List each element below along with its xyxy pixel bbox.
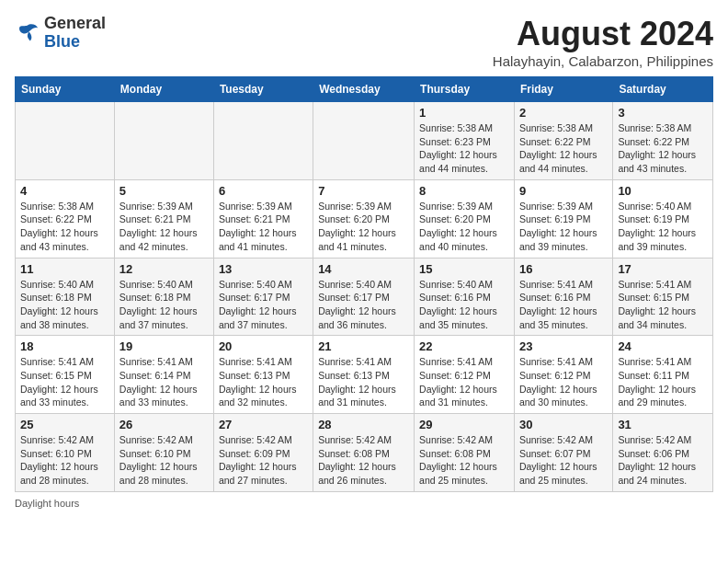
day-number: 12 <box>119 262 209 276</box>
calendar-cell: 29Sunrise: 5:42 AMSunset: 6:08 PMDayligh… <box>415 414 515 492</box>
week-row-1: 1Sunrise: 5:38 AMSunset: 6:23 PMDaylight… <box>16 102 713 180</box>
calendar-cell: 5Sunrise: 5:39 AMSunset: 6:21 PMDaylight… <box>114 179 213 258</box>
day-number: 22 <box>419 339 509 353</box>
day-info: Sunrise: 5:38 AMSunset: 6:22 PMDaylight:… <box>519 121 608 176</box>
calendar-cell: 6Sunrise: 5:39 AMSunset: 6:21 PMDaylight… <box>213 179 313 258</box>
day-info: Sunrise: 5:38 AMSunset: 6:23 PMDaylight:… <box>419 121 509 176</box>
day-info: Sunrise: 5:41 AMSunset: 6:13 PMDaylight:… <box>318 355 409 409</box>
calendar-cell: 12Sunrise: 5:40 AMSunset: 6:18 PMDayligh… <box>114 258 213 336</box>
calendar-cell: 16Sunrise: 5:41 AMSunset: 6:16 PMDayligh… <box>514 258 612 336</box>
day-info: Sunrise: 5:42 AMSunset: 6:09 PMDaylight:… <box>219 433 308 488</box>
day-info: Sunrise: 5:41 AMSunset: 6:15 PMDaylight:… <box>618 278 708 332</box>
calendar-cell: 20Sunrise: 5:41 AMSunset: 6:13 PMDayligh… <box>213 336 313 414</box>
calendar-body: 1Sunrise: 5:38 AMSunset: 6:23 PMDaylight… <box>16 102 713 492</box>
day-number: 16 <box>519 262 608 276</box>
calendar-cell <box>16 102 115 180</box>
day-number: 27 <box>219 418 308 431</box>
calendar-cell: 10Sunrise: 5:40 AMSunset: 6:19 PMDayligh… <box>613 179 713 258</box>
calendar-table: SundayMondayTuesdayWednesdayThursdayFrid… <box>15 76 713 492</box>
calendar-cell <box>213 102 313 180</box>
calendar-cell: 23Sunrise: 5:41 AMSunset: 6:12 PMDayligh… <box>514 336 612 414</box>
day-number: 30 <box>519 418 608 431</box>
month-title: August 2024 <box>493 15 713 53</box>
day-number: 3 <box>618 106 708 120</box>
day-info: Sunrise: 5:38 AMSunset: 6:22 PMDaylight:… <box>20 200 109 254</box>
calendar-cell: 24Sunrise: 5:41 AMSunset: 6:11 PMDayligh… <box>613 336 713 414</box>
footer-note: Daylight hours <box>15 498 713 509</box>
calendar-cell <box>114 102 213 180</box>
day-number: 7 <box>318 184 409 198</box>
day-info: Sunrise: 5:41 AMSunset: 6:16 PMDaylight:… <box>519 278 608 332</box>
location-subtitle: Halayhayin, Calabarzon, Philippines <box>493 53 713 69</box>
day-info: Sunrise: 5:41 AMSunset: 6:11 PMDaylight:… <box>618 355 708 409</box>
day-info: Sunrise: 5:42 AMSunset: 6:10 PMDaylight:… <box>119 433 209 488</box>
day-info: Sunrise: 5:40 AMSunset: 6:18 PMDaylight:… <box>20 278 109 332</box>
day-info: Sunrise: 5:39 AMSunset: 6:21 PMDaylight:… <box>219 200 308 254</box>
day-number: 14 <box>318 262 409 276</box>
day-number: 6 <box>219 184 308 198</box>
calendar-cell: 2Sunrise: 5:38 AMSunset: 6:22 PMDaylight… <box>514 102 612 180</box>
week-row-3: 11Sunrise: 5:40 AMSunset: 6:18 PMDayligh… <box>16 258 713 336</box>
header-day-saturday: Saturday <box>613 77 713 102</box>
day-number: 20 <box>219 339 308 353</box>
day-info: Sunrise: 5:42 AMSunset: 6:08 PMDaylight:… <box>318 433 409 488</box>
day-number: 18 <box>20 339 109 353</box>
calendar-cell: 14Sunrise: 5:40 AMSunset: 6:17 PMDayligh… <box>313 258 415 336</box>
day-info: Sunrise: 5:42 AMSunset: 6:06 PMDaylight:… <box>618 433 708 488</box>
logo-text: General Blue <box>44 15 106 52</box>
calendar-cell: 3Sunrise: 5:38 AMSunset: 6:22 PMDaylight… <box>613 102 713 180</box>
day-number: 23 <box>519 339 608 353</box>
day-number: 26 <box>119 418 209 431</box>
day-info: Sunrise: 5:39 AMSunset: 6:21 PMDaylight:… <box>119 200 209 254</box>
day-number: 9 <box>519 184 608 198</box>
day-number: 31 <box>618 418 708 431</box>
day-info: Sunrise: 5:40 AMSunset: 6:17 PMDaylight:… <box>219 278 308 332</box>
calendar-cell: 21Sunrise: 5:41 AMSunset: 6:13 PMDayligh… <box>313 336 415 414</box>
day-number: 1 <box>419 106 509 120</box>
day-number: 8 <box>419 184 509 198</box>
page-header: General Blue August 2024 Halayhayin, Cal… <box>15 15 713 69</box>
day-info: Sunrise: 5:40 AMSunset: 6:19 PMDaylight:… <box>618 200 708 254</box>
day-number: 29 <box>419 418 509 431</box>
calendar-cell: 9Sunrise: 5:39 AMSunset: 6:19 PMDaylight… <box>514 179 612 258</box>
day-number: 21 <box>318 339 409 353</box>
day-number: 28 <box>318 418 409 431</box>
day-info: Sunrise: 5:42 AMSunset: 6:08 PMDaylight:… <box>419 433 509 488</box>
day-number: 24 <box>618 339 708 353</box>
header-day-friday: Friday <box>514 77 612 102</box>
day-info: Sunrise: 5:38 AMSunset: 6:22 PMDaylight:… <box>618 121 708 176</box>
day-info: Sunrise: 5:40 AMSunset: 6:16 PMDaylight:… <box>419 278 509 332</box>
day-number: 17 <box>618 262 708 276</box>
header-day-monday: Monday <box>114 77 213 102</box>
week-row-4: 18Sunrise: 5:41 AMSunset: 6:15 PMDayligh… <box>16 336 713 414</box>
day-info: Sunrise: 5:39 AMSunset: 6:20 PMDaylight:… <box>318 200 409 254</box>
day-info: Sunrise: 5:40 AMSunset: 6:17 PMDaylight:… <box>318 278 409 332</box>
calendar-cell: 18Sunrise: 5:41 AMSunset: 6:15 PMDayligh… <box>16 336 115 414</box>
day-number: 15 <box>419 262 509 276</box>
day-info: Sunrise: 5:41 AMSunset: 6:12 PMDaylight:… <box>519 355 608 409</box>
logo: General Blue <box>15 15 106 52</box>
day-info: Sunrise: 5:42 AMSunset: 6:07 PMDaylight:… <box>519 433 608 488</box>
header-day-sunday: Sunday <box>16 77 115 102</box>
calendar-cell: 1Sunrise: 5:38 AMSunset: 6:23 PMDaylight… <box>415 102 515 180</box>
calendar-cell: 4Sunrise: 5:38 AMSunset: 6:22 PMDaylight… <box>16 179 115 258</box>
logo-bird-icon <box>15 20 40 46</box>
calendar-cell: 11Sunrise: 5:40 AMSunset: 6:18 PMDayligh… <box>16 258 115 336</box>
calendar-cell: 8Sunrise: 5:39 AMSunset: 6:20 PMDaylight… <box>415 179 515 258</box>
calendar-cell: 15Sunrise: 5:40 AMSunset: 6:16 PMDayligh… <box>415 258 515 336</box>
header-day-thursday: Thursday <box>415 77 515 102</box>
day-number: 4 <box>20 184 109 198</box>
day-number: 11 <box>20 262 109 276</box>
calendar-cell: 19Sunrise: 5:41 AMSunset: 6:14 PMDayligh… <box>114 336 213 414</box>
day-number: 19 <box>119 339 209 353</box>
day-info: Sunrise: 5:41 AMSunset: 6:13 PMDaylight:… <box>219 355 308 409</box>
day-number: 25 <box>20 418 109 431</box>
calendar-cell: 31Sunrise: 5:42 AMSunset: 6:06 PMDayligh… <box>613 414 713 492</box>
logo-general: General <box>44 14 106 32</box>
day-info: Sunrise: 5:42 AMSunset: 6:10 PMDaylight:… <box>20 433 109 488</box>
calendar-cell: 30Sunrise: 5:42 AMSunset: 6:07 PMDayligh… <box>514 414 612 492</box>
day-number: 2 <box>519 106 608 120</box>
calendar-cell <box>313 102 415 180</box>
calendar-cell: 25Sunrise: 5:42 AMSunset: 6:10 PMDayligh… <box>16 414 115 492</box>
title-block: August 2024 Halayhayin, Calabarzon, Phil… <box>493 15 713 69</box>
